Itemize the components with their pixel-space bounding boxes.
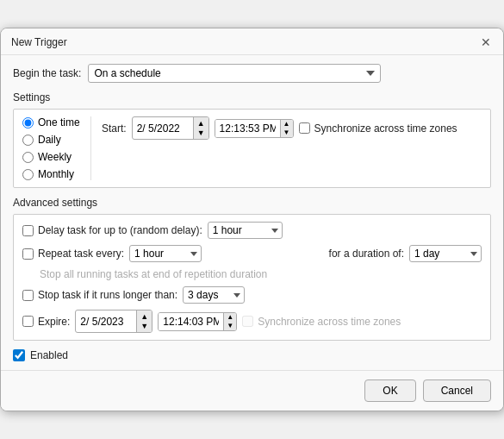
radio-monthly-label: Monthly (38, 168, 74, 180)
advanced-box: Delay task for up to (random delay): 1 h… (13, 214, 491, 341)
settings-section-label: Settings (13, 91, 491, 103)
cancel-button[interactable]: Cancel (423, 379, 491, 402)
stop-running-label: Stop all running tasks at end of repetit… (40, 268, 267, 280)
start-date-calendar-button[interactable]: ▲ ▼ (193, 117, 208, 139)
expire-time-spin-down[interactable]: ▼ (227, 322, 233, 330)
radio-weekly[interactable]: Weekly (22, 151, 80, 163)
begin-task-dropdown[interactable]: On a schedule At log on At startup On id… (88, 64, 381, 83)
stop-task-row: Stop task if it runs longer than: 3 days… (22, 286, 482, 304)
close-button[interactable]: ✕ (479, 35, 493, 49)
radio-daily[interactable]: Daily (22, 134, 80, 146)
repeat-task-checkbox[interactable] (22, 248, 34, 260)
stop-task-check: Stop task if it runs longer than: (22, 289, 177, 301)
delay-task-check: Delay task for up to (random delay): (22, 224, 202, 236)
new-trigger-dialog: New Trigger ✕ Begin the task: On a sched… (0, 28, 504, 411)
dialog-title: New Trigger (11, 36, 67, 48)
start-row: Start: ▲ ▼ ▲ ▼ (102, 116, 482, 140)
begin-task-row: Begin the task: On a schedule At log on … (13, 64, 491, 83)
footer: OK Cancel (1, 370, 503, 411)
advanced-section: Advanced settings Delay task for up to (… (13, 197, 491, 341)
expire-sync-check: Synchronize across time zones (242, 316, 401, 328)
radio-one-time-label: One time (38, 116, 80, 129)
begin-task-label: Begin the task: (13, 67, 81, 79)
settings-box: One time Daily Weekly Monthly (13, 109, 491, 188)
repeat-task-label: Repeat task every: (38, 248, 124, 260)
expire-time-input-wrapper: ▲ ▼ (158, 312, 237, 331)
enabled-row: Enabled (13, 349, 491, 361)
start-area: Start: ▲ ▼ ▲ ▼ (91, 116, 482, 180)
delay-task-dropdown[interactable]: 1 hour 30 seconds 1 minute 5 minutes 8 h… (208, 222, 283, 239)
stop-running-row: Stop all running tasks at end of repetit… (22, 268, 482, 280)
expire-time-spin-up[interactable]: ▲ (227, 313, 233, 322)
radio-daily-input[interactable] (22, 135, 34, 146)
title-bar: New Trigger ✕ (1, 28, 503, 55)
stop-task-label: Stop task if it runs longer than: (38, 289, 177, 301)
expire-time-input[interactable] (159, 313, 223, 330)
delay-task-label: Delay task for up to (random delay): (38, 224, 202, 236)
expire-time-spinbutton[interactable]: ▲ ▼ (223, 313, 236, 330)
start-sync-checkbox[interactable] (299, 122, 310, 134)
expire-date-calendar-button[interactable]: ▲ ▼ (136, 310, 152, 332)
expire-sync-label: Synchronize across time zones (258, 316, 401, 328)
advanced-section-label: Advanced settings (13, 197, 491, 209)
repeat-task-row: Repeat task every: 1 hour 5 minutes 10 m… (22, 245, 482, 262)
expire-date-input[interactable] (76, 313, 136, 330)
radio-one-time[interactable]: One time (22, 116, 80, 129)
start-label: Start: (102, 122, 127, 135)
start-time-spinbutton[interactable]: ▲ ▼ (280, 120, 293, 137)
enabled-label: Enabled (30, 349, 68, 361)
expire-check: Expire: (22, 316, 70, 328)
ok-button[interactable]: OK (364, 379, 415, 402)
radio-weekly-input[interactable] (22, 152, 34, 163)
start-time-spin-up[interactable]: ▲ (283, 120, 290, 129)
delay-task-checkbox[interactable] (22, 225, 34, 236)
repeat-task-dropdown[interactable]: 1 hour 5 minutes 10 minutes 15 minutes 3… (129, 245, 202, 262)
expire-row: Expire: ▲ ▼ ▲ ▼ (22, 310, 482, 333)
radio-monthly[interactable]: Monthly (22, 168, 80, 180)
start-date-input[interactable] (133, 120, 193, 137)
start-time-spin-down[interactable]: ▼ (283, 129, 290, 137)
start-time-input[interactable] (215, 120, 280, 137)
start-time-input-wrapper: ▲ ▼ (215, 119, 294, 138)
expire-label: Expire: (38, 316, 70, 328)
start-date-input-wrapper: ▲ ▼ (132, 116, 209, 140)
repeat-task-check: Repeat task every: (22, 248, 124, 260)
radio-weekly-label: Weekly (38, 151, 72, 163)
duration-dropdown[interactable]: 1 day 15 minutes 30 minutes 1 hour 12 ho… (409, 245, 482, 262)
stop-task-dropdown[interactable]: 3 days 1 hour 2 hours 4 hours 8 hours 12… (183, 286, 245, 304)
radio-one-time-input[interactable] (22, 117, 34, 129)
dialog-body: Begin the task: On a schedule At log on … (1, 55, 503, 370)
stop-task-checkbox[interactable] (22, 290, 34, 301)
start-sync-check: Synchronize across time zones (299, 122, 457, 135)
expire-checkbox[interactable] (22, 316, 34, 327)
start-sync-label: Synchronize across time zones (314, 122, 457, 135)
radio-daily-label: Daily (38, 134, 61, 146)
for-duration-label: for a duration of: (329, 248, 404, 260)
schedule-radio-group: One time Daily Weekly Monthly (22, 116, 91, 180)
for-duration: for a duration of: 1 day 15 minutes 30 m… (329, 245, 482, 262)
enabled-checkbox[interactable] (13, 349, 25, 361)
settings-inner: One time Daily Weekly Monthly (22, 116, 482, 180)
radio-monthly-input[interactable] (22, 169, 34, 180)
expire-date-input-wrapper: ▲ ▼ (75, 310, 152, 333)
delay-task-row: Delay task for up to (random delay): 1 h… (22, 222, 482, 239)
expire-sync-checkbox[interactable] (242, 316, 253, 327)
